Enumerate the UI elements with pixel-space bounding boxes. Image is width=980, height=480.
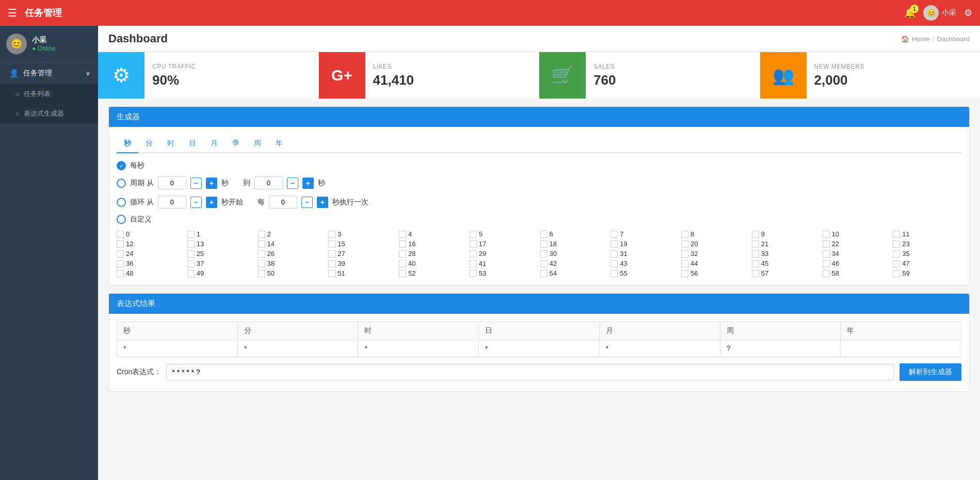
period-from-plus[interactable]: + — [206, 178, 217, 189]
main-content: 生成器 秒 分 时 日 月 季 周 年 — [98, 99, 980, 407]
tab-year[interactable]: 年 — [268, 135, 290, 153]
period-from-input[interactable] — [158, 177, 186, 189]
sidebar-item-task-manage[interactable]: 👤 任务管理 ∨ — [0, 62, 98, 84]
num-checkbox-18[interactable] — [540, 241, 548, 248]
period-to-input[interactable] — [254, 177, 283, 189]
num-checkbox-58[interactable] — [823, 270, 830, 277]
num-checkbox-5[interactable] — [470, 231, 477, 238]
num-checkbox-36[interactable] — [117, 260, 124, 267]
radio-every-second[interactable] — [117, 161, 126, 170]
num-checkbox-27[interactable] — [328, 250, 335, 258]
tab-month[interactable]: 月 — [203, 135, 225, 153]
notification-bell[interactable]: 🔔 1 — [904, 7, 915, 19]
num-checkbox-20[interactable] — [681, 241, 688, 248]
num-cell-45: 45 — [752, 260, 821, 267]
parse-btn[interactable]: 解析到生成器 — [899, 363, 961, 381]
num-label-23: 23 — [902, 240, 909, 248]
tab-hour[interactable]: 时 — [160, 135, 182, 153]
num-checkbox-1[interactable] — [187, 231, 195, 238]
topbar-settings-icon[interactable]: ⚙ — [964, 7, 972, 19]
num-checkbox-45[interactable] — [752, 260, 759, 267]
num-checkbox-55[interactable] — [611, 270, 618, 277]
num-checkbox-4[interactable] — [399, 231, 406, 238]
cron-label: Cron表达式： — [117, 367, 161, 377]
num-checkbox-26[interactable] — [258, 250, 265, 258]
tab-second[interactable]: 秒 — [117, 135, 138, 153]
period-to-plus[interactable]: + — [302, 178, 314, 189]
num-cell-24: 24 — [117, 250, 185, 258]
num-checkbox-56[interactable] — [681, 270, 688, 277]
num-checkbox-22[interactable] — [823, 241, 830, 248]
num-checkbox-19[interactable] — [611, 241, 618, 248]
num-checkbox-16[interactable] — [399, 241, 406, 248]
num-checkbox-32[interactable] — [681, 250, 688, 258]
num-checkbox-42[interactable] — [540, 260, 548, 267]
num-checkbox-2[interactable] — [258, 231, 265, 238]
radio-loop[interactable] — [117, 198, 126, 207]
tab-quarter[interactable]: 季 — [225, 135, 247, 153]
num-checkbox-37[interactable] — [187, 260, 195, 267]
num-checkbox-41[interactable] — [470, 260, 477, 267]
num-checkbox-33[interactable] — [752, 250, 759, 258]
sidebar-item-expression-generator[interactable]: ○ 表达式生成器 — [0, 104, 98, 123]
num-checkbox-44[interactable] — [681, 260, 688, 267]
num-checkbox-39[interactable] — [328, 260, 335, 267]
loop-from-minus[interactable]: − — [190, 197, 202, 208]
num-checkbox-59[interactable] — [893, 270, 900, 277]
num-checkbox-52[interactable] — [399, 270, 406, 277]
num-checkbox-11[interactable] — [893, 231, 900, 238]
num-checkbox-6[interactable] — [540, 231, 548, 238]
sidebar-item-task-list[interactable]: ○ 任务列表 — [0, 84, 98, 104]
num-checkbox-17[interactable] — [470, 241, 477, 248]
loop-every-label: 每 — [258, 198, 265, 207]
tab-week[interactable]: 周 — [247, 135, 268, 153]
num-checkbox-23[interactable] — [893, 241, 900, 248]
num-checkbox-24[interactable] — [117, 250, 124, 258]
num-checkbox-7[interactable] — [611, 231, 618, 238]
num-checkbox-3[interactable] — [328, 231, 335, 238]
cron-input[interactable] — [166, 364, 894, 380]
tab-day[interactable]: 日 — [182, 135, 203, 153]
num-checkbox-12[interactable] — [117, 241, 124, 248]
num-checkbox-8[interactable] — [681, 231, 688, 238]
num-checkbox-54[interactable] — [540, 270, 548, 277]
radio-period[interactable] — [117, 179, 126, 188]
menu-toggle-icon[interactable]: ☰ — [8, 7, 17, 19]
num-checkbox-35[interactable] — [893, 250, 900, 258]
num-checkbox-31[interactable] — [611, 250, 618, 258]
num-checkbox-29[interactable] — [470, 250, 477, 258]
loop-every-minus[interactable]: − — [301, 197, 313, 208]
num-checkbox-47[interactable] — [893, 260, 900, 267]
radio-custom[interactable] — [117, 215, 126, 224]
num-checkbox-51[interactable] — [328, 270, 335, 277]
num-checkbox-13[interactable] — [187, 241, 195, 248]
num-checkbox-15[interactable] — [328, 241, 335, 248]
num-checkbox-34[interactable] — [823, 250, 830, 258]
num-checkbox-53[interactable] — [470, 270, 477, 277]
num-checkbox-25[interactable] — [187, 250, 195, 258]
num-checkbox-21[interactable] — [752, 241, 759, 248]
num-checkbox-49[interactable] — [187, 270, 195, 277]
num-checkbox-43[interactable] — [611, 260, 618, 267]
num-checkbox-48[interactable] — [117, 270, 124, 277]
num-checkbox-14[interactable] — [258, 241, 265, 248]
num-checkbox-50[interactable] — [258, 270, 265, 277]
num-checkbox-9[interactable] — [752, 231, 759, 238]
user-menu[interactable]: 😊 小采 — [923, 5, 956, 21]
num-checkbox-10[interactable] — [823, 231, 830, 238]
num-checkbox-28[interactable] — [399, 250, 406, 258]
period-to-minus[interactable]: − — [287, 178, 298, 189]
loop-every-plus[interactable]: + — [317, 197, 328, 208]
num-checkbox-38[interactable] — [258, 260, 265, 267]
num-checkbox-46[interactable] — [823, 260, 830, 267]
loop-every-input[interactable] — [269, 196, 297, 209]
period-from-minus[interactable]: − — [190, 178, 202, 189]
num-checkbox-30[interactable] — [540, 250, 548, 258]
num-checkbox-57[interactable] — [752, 270, 759, 277]
num-checkbox-0[interactable] — [117, 231, 124, 238]
breadcrumb-home[interactable]: Home — [912, 35, 930, 43]
tab-minute[interactable]: 分 — [138, 135, 160, 153]
num-checkbox-40[interactable] — [399, 260, 406, 267]
loop-from-plus[interactable]: + — [206, 197, 217, 208]
loop-from-input[interactable] — [158, 196, 186, 209]
